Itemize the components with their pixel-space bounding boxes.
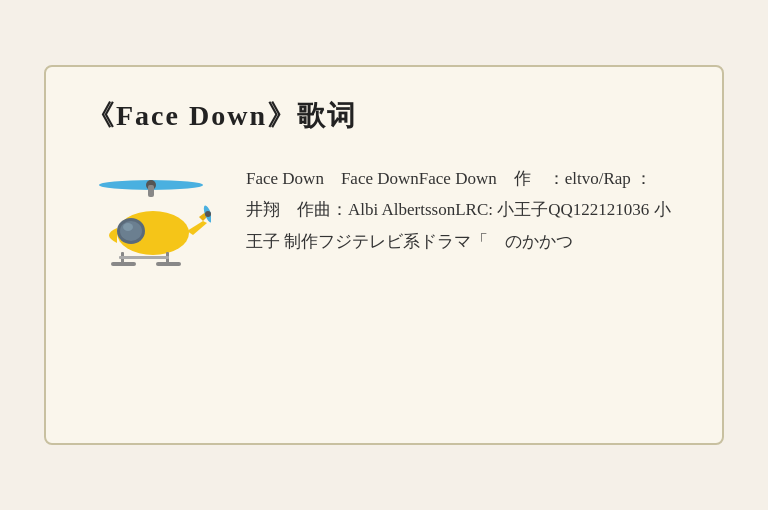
helicopter-icon bbox=[91, 173, 211, 283]
svg-rect-13 bbox=[119, 256, 169, 259]
svg-rect-12 bbox=[156, 262, 181, 266]
svg-point-8 bbox=[205, 211, 211, 217]
lyrics-content: Face Down Face DownFace Down 作 ：eltvo/Ra… bbox=[246, 163, 682, 257]
helicopter-illustration bbox=[86, 163, 216, 293]
svg-rect-11 bbox=[111, 262, 136, 266]
content-row: Face Down Face DownFace Down 作 ：eltvo/Ra… bbox=[86, 163, 682, 293]
page-title: 《Face Down》歌词 bbox=[86, 97, 682, 135]
svg-point-6 bbox=[123, 223, 133, 231]
svg-rect-2 bbox=[148, 185, 154, 197]
card: 《Face Down》歌词 bbox=[44, 65, 724, 445]
